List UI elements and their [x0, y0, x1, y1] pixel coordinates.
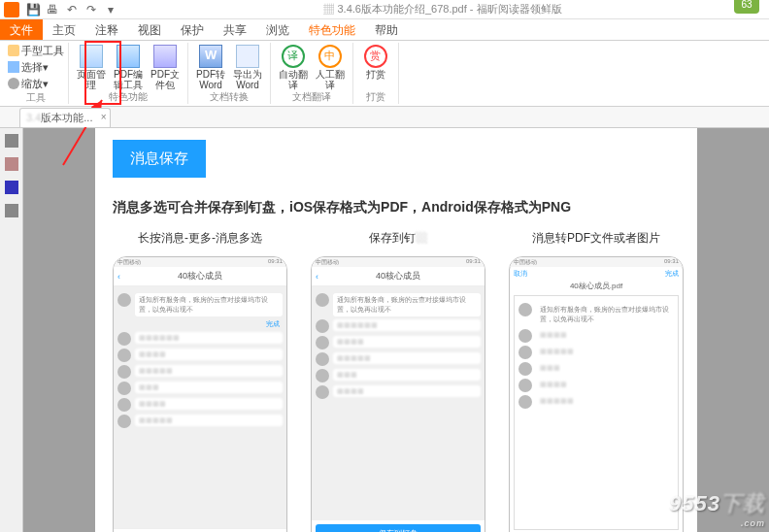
qat-print-icon[interactable]: 🖶 — [44, 2, 61, 17]
tab-comment[interactable]: 注释 — [85, 19, 128, 40]
tab-share[interactable]: 共享 — [214, 19, 256, 40]
close-icon[interactable]: × — [101, 112, 107, 122]
word-icon — [199, 45, 222, 68]
phone-mockup-3: 中国移动09:31 取消完成 40核心成员.pdf 通知所有服务商，账房的云查对… — [509, 256, 684, 532]
phone-header: ‹40核心成员 — [114, 267, 286, 286]
select-icon — [8, 61, 19, 73]
navigation-rail — [0, 128, 23, 532]
column-title: 消息转PDF文件或者图片 — [509, 230, 684, 247]
column-2: 保存到钉▩ 中国移动09:31 ‹40核心成员 通知所有服务商，账房的云查对接爆… — [311, 230, 485, 532]
phone-doc-title: 40核心成员.pdf — [510, 281, 683, 291]
group-label: 工具 — [8, 91, 64, 105]
tab-browse[interactable]: 浏览 — [256, 19, 299, 40]
thumbnail-icon[interactable] — [5, 157, 18, 171]
zoom-icon — [8, 78, 19, 89]
phone-status-bar: 中国移动09:31 — [510, 257, 683, 267]
save-action-button: 保存到钉盘 — [316, 524, 481, 532]
ribbon-tabs: 文件 主页 注释 视图 保护 共享 浏览 特色功能 帮助 — [0, 19, 769, 41]
document-canvas[interactable]: 消息保存 消息多选可合并保存到钉盘，iOS保存格式为PDF，Android保存格… — [23, 128, 769, 532]
tab-home[interactable]: 主页 — [43, 19, 85, 40]
pdf-pack-button[interactable]: PDF文件包 — [147, 43, 184, 90]
page-headline: 消息多选可合并保存到钉盘，iOS保存格式为PDF，Android保存格式为PNG — [113, 199, 680, 216]
phone-mockup-1: 中国移动09:31 ‹40核心成员 通知所有服务商，账房的云查对接爆坞市设置，以… — [113, 256, 287, 532]
phone-header: ‹40核心成员 — [312, 267, 485, 286]
reward-button[interactable]: 打赏 — [357, 43, 394, 80]
ribbon-group-translate: 自动翻译 人工翻译 文档翻译 — [271, 43, 353, 104]
group-label: 文档转换 — [192, 90, 266, 104]
tab-special[interactable]: 特色功能 — [299, 19, 365, 40]
attachment-icon[interactable] — [5, 204, 18, 217]
phone-preview: 通知所有服务商，账房的云查对接爆坞市设置，以免再出现不 ▩▩▩▩ ▩▩▩▩▩ ▩… — [514, 295, 679, 530]
reward-icon — [364, 45, 387, 68]
hand-tool[interactable]: 手型工具 — [8, 43, 64, 58]
phone-status-bar: 中国移动09:31 — [114, 257, 286, 267]
tab-help[interactable]: 帮助 — [365, 19, 408, 40]
group-label: 文档翻译 — [275, 90, 349, 104]
human-translate-button[interactable]: 人工翻译 — [312, 43, 349, 90]
document-tab[interactable]: 3.4版本功能... × — [19, 108, 111, 127]
phone-status-bar: 中国移动09:31 — [312, 257, 485, 267]
tab-view[interactable]: 视图 — [128, 19, 171, 40]
back-icon: ‹ — [316, 272, 318, 282]
phone-bottom-bar — [114, 528, 286, 532]
notification-badge[interactable]: 63 — [734, 0, 759, 14]
back-icon: ‹ — [117, 272, 120, 282]
phone-body: 通知所有服务商，账房的云查对接爆坞市设置，以免再出现不 ▩▩▩▩▩▩ ▩▩▩▩ … — [312, 286, 485, 520]
hand-icon — [8, 45, 19, 56]
tab-file[interactable]: 文件 — [0, 19, 43, 40]
viewer-area: 消息保存 消息多选可合并保存到钉盘，iOS保存格式为PDF，Android保存格… — [0, 128, 769, 532]
annotation-arrow — [58, 92, 136, 170]
export-icon — [236, 45, 259, 68]
app-icon — [4, 2, 19, 17]
auto-translate-button[interactable]: 自动翻译 — [275, 43, 312, 90]
translate-icon — [282, 45, 305, 68]
bookmark-icon[interactable] — [5, 134, 18, 148]
tab-protect[interactable]: 保护 — [171, 19, 214, 40]
watermark: 9553下载 .com — [669, 489, 765, 528]
group-label: 打赏 — [357, 90, 394, 104]
zoom-tool[interactable]: 缩放 ▾ — [8, 76, 64, 91]
export-word-button[interactable]: 导出为Word — [229, 43, 266, 90]
select-tool[interactable]: 选择 ▾ — [8, 59, 64, 75]
phone-body: 通知所有服务商，账房的云查对接爆坞市设置，以免再出现不 完成 ▩▩▩▩▩▩ ▩▩… — [114, 286, 286, 528]
column-1: 长按消息-更多-消息多选 中国移动09:31 ‹40核心成员 通知所有服务商，账… — [113, 230, 287, 532]
window-title: ▦ 3.4.6版本功能介绍_678.pdf - 福昕阅读器领鲜版 — [120, 2, 765, 17]
ribbon-group-convert: PDF转Word 导出为Word 文档转换 — [188, 43, 271, 104]
column-3: 消息转PDF文件或者图片 中国移动09:31 取消完成 40核心成员.pdf 通… — [509, 230, 684, 532]
qat-redo-icon[interactable]: ↷ — [83, 2, 100, 17]
pdf-pack-icon — [153, 45, 177, 68]
layers-icon[interactable] — [5, 181, 18, 194]
column-title: 长按消息-更多-消息多选 — [113, 230, 287, 247]
phone-top-actions: 取消完成 — [510, 267, 683, 281]
pdf-to-word-button[interactable]: PDF转Word — [192, 43, 229, 90]
qat-undo-icon[interactable]: ↶ — [63, 2, 81, 17]
phone-mockup-2: 中国移动09:31 ‹40核心成员 通知所有服务商，账房的云查对接爆坞市设置，以… — [311, 256, 485, 532]
quick-access-toolbar: 💾 🖶 ↶ ↷ ▾ ▦ 3.4.6版本功能介绍_678.pdf - 福昕阅读器领… — [0, 0, 769, 19]
pdf-page: 消息保存 消息多选可合并保存到钉盘，iOS保存格式为PDF，Android保存格… — [95, 128, 697, 532]
column-title: 保存到钉▩ — [311, 230, 485, 247]
human-translate-icon — [318, 45, 342, 68]
qat-save-icon[interactable]: 💾 — [24, 2, 42, 17]
phone-columns: 长按消息-更多-消息多选 中国移动09:31 ‹40核心成员 通知所有服务商，账… — [113, 230, 680, 532]
ribbon-group-reward: 打赏 打赏 — [353, 43, 399, 104]
qat-dropdown-icon[interactable]: ▾ — [102, 2, 119, 17]
